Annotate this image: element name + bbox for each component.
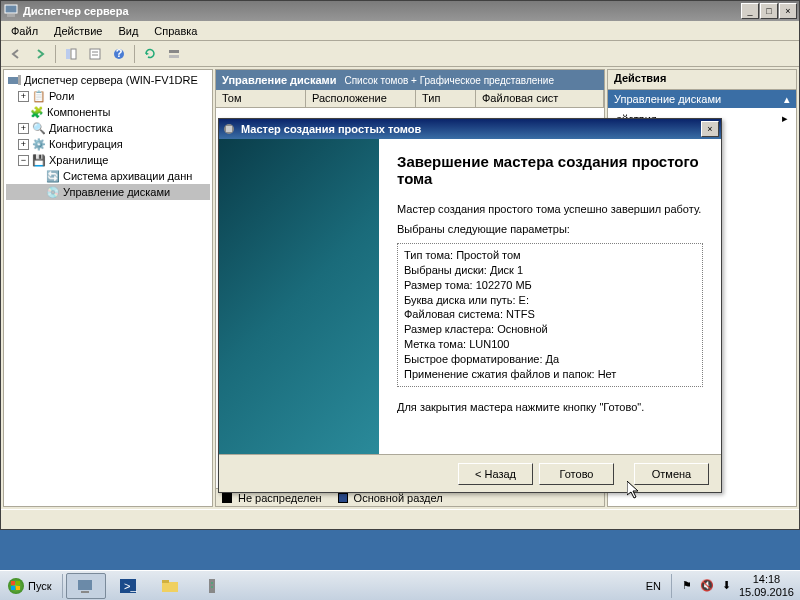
param-line: Быстрое форматирование: Да xyxy=(404,352,696,367)
wizard-finish-hint: Для закрытия мастера нажмите кнопку "Гот… xyxy=(397,401,703,413)
center-title: Управление дисками xyxy=(222,74,336,86)
start-label: Пуск xyxy=(28,580,52,592)
clock[interactable]: 14:18 15.09.2016 xyxy=(739,573,794,597)
diskmgmt-icon: 💿 xyxy=(45,185,61,199)
system-tray: EN ⚑ 🔇 ⬇ 14:18 15.09.2016 xyxy=(640,573,800,597)
svg-rect-23 xyxy=(162,582,178,592)
chevron-right-icon: ▸ xyxy=(782,112,788,125)
svg-rect-16 xyxy=(16,581,20,585)
col-layout[interactable]: Расположение xyxy=(306,90,416,107)
actions-subtitle[interactable]: Управление дисками ▴ xyxy=(608,90,796,108)
wizard-close-button[interactable]: × xyxy=(701,121,719,137)
main-titlebar[interactable]: Диспетчер сервера _ □ × xyxy=(1,1,799,21)
svg-rect-12 xyxy=(18,75,21,85)
chevron-up-icon: ▴ xyxy=(784,93,790,106)
menu-help[interactable]: Справка xyxy=(148,23,203,39)
finish-button[interactable]: Готово xyxy=(539,463,614,485)
tree-root[interactable]: Диспетчер сервера (WIN-FV1DRE xyxy=(6,72,210,88)
svg-rect-11 xyxy=(8,77,18,84)
svg-rect-17 xyxy=(11,586,15,590)
diagnostics-icon: 🔍 xyxy=(31,121,47,135)
menu-view[interactable]: Вид xyxy=(112,23,144,39)
maximize-button[interactable]: □ xyxy=(760,3,778,19)
windows-orb-icon xyxy=(8,578,24,594)
tree-roles[interactable]: +📋Роли xyxy=(6,88,210,104)
svg-point-27 xyxy=(211,586,213,588)
wizard-sidebar xyxy=(219,139,379,454)
tree-diskmgmt[interactable]: 💿Управление дисками xyxy=(6,184,210,200)
center-header: Управление дисками Список томов + Графич… xyxy=(216,70,604,90)
col-type[interactable]: Тип xyxy=(416,90,476,107)
statusbar xyxy=(1,509,799,529)
wizard-buttons: < Назад Готово Отмена xyxy=(219,454,721,492)
task-iscsi[interactable] xyxy=(192,573,232,599)
param-line: Применение сжатия файлов и папок: Нет xyxy=(404,367,696,382)
col-volume[interactable]: Том xyxy=(216,90,306,107)
svg-text:?: ? xyxy=(116,47,123,59)
back-button[interactable] xyxy=(5,43,27,65)
show-hide-button[interactable] xyxy=(60,43,82,65)
svg-rect-14 xyxy=(226,126,232,132)
components-icon: 🧩 xyxy=(29,105,45,119)
close-button[interactable]: × xyxy=(779,3,797,19)
toolbar: ? xyxy=(1,41,799,67)
actions-title: Действия xyxy=(608,70,796,90)
wizard-selected-label: Выбраны следующие параметры: xyxy=(397,223,703,235)
center-subtitle: Список томов + Графическое представление xyxy=(344,75,554,86)
app-icon xyxy=(3,3,19,19)
menubar: Файл Действие Вид Справка xyxy=(1,21,799,41)
tray-icon[interactable]: 🔇 xyxy=(700,579,714,592)
view-button[interactable] xyxy=(163,43,185,65)
wizard-success-text: Мастер создания простого тома успешно за… xyxy=(397,203,703,215)
properties-button[interactable] xyxy=(84,43,106,65)
storage-icon: 💾 xyxy=(31,153,47,167)
tree-configuration[interactable]: +⚙️Конфигурация xyxy=(6,136,210,152)
wizard-title: Мастер создания простых томов xyxy=(241,123,701,135)
wizard-heading: Завершение мастера создания простого том… xyxy=(397,153,703,187)
tray-icon[interactable]: ⚑ xyxy=(682,579,692,592)
param-line: Буква диска или путь: E: xyxy=(404,293,696,308)
task-server-manager[interactable] xyxy=(66,573,106,599)
menu-file[interactable]: Файл xyxy=(5,23,44,39)
svg-rect-1 xyxy=(7,14,15,17)
task-explorer[interactable] xyxy=(150,573,190,599)
minimize-button[interactable]: _ xyxy=(741,3,759,19)
legend-unalloc-swatch xyxy=(222,493,232,503)
svg-rect-18 xyxy=(16,586,20,590)
forward-button[interactable] xyxy=(29,43,51,65)
wizard-params-box[interactable]: Тип тома: Простой том Выбраны диски: Дис… xyxy=(397,243,703,387)
back-button[interactable]: < Назад xyxy=(458,463,533,485)
tree-diagnostics[interactable]: +🔍Диагностика xyxy=(6,120,210,136)
col-fs[interactable]: Файловая сист xyxy=(476,90,604,107)
param-line: Выбраны диски: Диск 1 xyxy=(404,263,696,278)
tree-backup[interactable]: 🔄Система архивации данн xyxy=(6,168,210,184)
tree-components[interactable]: 🧩Компоненты xyxy=(6,104,210,120)
tray-icon[interactable]: ⬇ xyxy=(722,579,731,592)
cancel-button[interactable]: Отмена xyxy=(634,463,709,485)
svg-rect-24 xyxy=(162,580,169,583)
param-line: Размер кластера: Основной xyxy=(404,322,696,337)
tree-storage[interactable]: −💾Хранилище xyxy=(6,152,210,168)
svg-rect-20 xyxy=(81,591,89,593)
svg-text:>_: >_ xyxy=(124,580,137,592)
configuration-icon: ⚙️ xyxy=(31,137,47,151)
legend-primary-swatch xyxy=(338,493,348,503)
menu-action[interactable]: Действие xyxy=(48,23,108,39)
svg-rect-15 xyxy=(11,581,15,585)
svg-rect-0 xyxy=(5,5,17,13)
param-line: Тип тома: Простой том xyxy=(404,248,696,263)
svg-rect-10 xyxy=(169,55,179,58)
wizard-titlebar[interactable]: Мастер создания простых томов × xyxy=(219,119,721,139)
refresh-button[interactable] xyxy=(139,43,161,65)
language-indicator[interactable]: EN xyxy=(646,580,661,592)
wizard-dialog: Мастер создания простых томов × Завершен… xyxy=(218,118,722,493)
legend-unalloc: Не распределен xyxy=(238,492,322,504)
taskbar: Пуск >_ EN ⚑ 🔇 ⬇ 14:18 15.09.2016 xyxy=(0,570,800,600)
start-button[interactable]: Пуск xyxy=(0,571,60,601)
tree-root-label: Диспетчер сервера (WIN-FV1DRE xyxy=(24,74,198,86)
task-powershell[interactable]: >_ xyxy=(108,573,148,599)
tree-pane: Диспетчер сервера (WIN-FV1DRE +📋Роли 🧩Ко… xyxy=(3,69,213,507)
help-button[interactable]: ? xyxy=(108,43,130,65)
svg-rect-19 xyxy=(78,580,92,590)
svg-point-26 xyxy=(211,582,213,584)
